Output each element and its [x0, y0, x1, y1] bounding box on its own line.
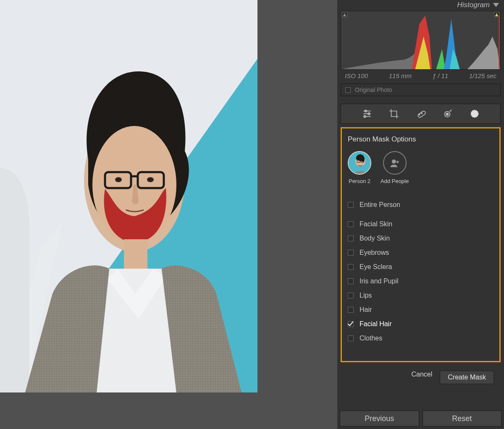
add-people[interactable]: Add People — [381, 151, 409, 184]
svg-point-7 — [115, 177, 122, 182]
option-label: Eye Sclera — [360, 263, 392, 271]
svg-rect-9 — [124, 239, 147, 273]
exif-shutter: 1/125 sec — [469, 72, 496, 79]
option-eyebrows[interactable]: Eyebrows — [348, 246, 494, 260]
histogram-header[interactable]: Histogram — [337, 0, 504, 10]
checkbox-icon[interactable] — [348, 278, 354, 284]
svg-point-25 — [419, 114, 420, 115]
checkbox-icon[interactable] — [348, 307, 354, 313]
crop-icon[interactable] — [388, 108, 399, 119]
exif-row: ISO 100 115 mm ƒ / 11 1/125 sec — [337, 70, 504, 82]
chevron-down-icon[interactable] — [493, 3, 499, 7]
photo-canvas[interactable] — [0, 0, 337, 429]
option-facial-skin[interactable]: Facial Skin — [348, 217, 494, 231]
option-body-skin[interactable]: Body Skin — [348, 231, 494, 246]
svg-point-28 — [446, 113, 448, 115]
exif-focal: 115 mm — [389, 72, 412, 79]
mask-action-row: Cancel Create Mask — [337, 362, 504, 384]
svg-point-8 — [147, 177, 154, 182]
person-avatar[interactable] — [348, 151, 371, 175]
edit-sliders-icon[interactable] — [362, 108, 373, 119]
people-row: Person 2 Add People — [348, 151, 494, 184]
checkbox-icon[interactable] — [348, 250, 354, 256]
option-label: Lips — [360, 292, 372, 299]
person-label: Person 2 — [349, 178, 370, 184]
previous-button[interactable]: Previous — [340, 411, 419, 426]
original-photo-label: Original Photo — [355, 86, 392, 93]
histogram-title: Histogram — [457, 1, 490, 9]
checkbox-icon[interactable] — [345, 87, 351, 93]
checkbox-icon[interactable] — [348, 221, 354, 227]
option-iris-pupil[interactable]: Iris and Pupil — [348, 274, 494, 288]
option-lips[interactable]: Lips — [348, 288, 494, 303]
develop-sidebar: Histogram ISO 100 115 mm ƒ / 11 1/125 se… — [337, 0, 504, 429]
option-label: Iris and Pupil — [360, 277, 399, 285]
photo-preview[interactable] — [0, 0, 257, 392]
option-hair[interactable]: Hair — [348, 303, 494, 317]
original-photo-toggle[interactable]: Original Photo — [341, 84, 501, 96]
checkbox-icon[interactable] — [348, 264, 354, 270]
option-label: Body Skin — [360, 235, 390, 242]
svg-rect-24 — [417, 110, 426, 118]
option-entire-person[interactable]: Entire Person — [348, 198, 494, 212]
svg-point-26 — [421, 113, 422, 114]
option-label: Facial Skin — [360, 220, 392, 228]
checkbox-icon[interactable] — [348, 202, 354, 208]
heal-icon[interactable] — [415, 108, 426, 119]
option-facial-hair[interactable]: Facial Hair — [348, 317, 494, 331]
option-label: Facial Hair — [360, 320, 391, 328]
tool-strip — [341, 104, 501, 124]
option-eye-sclera[interactable]: Eye Sclera — [348, 260, 494, 274]
histogram-chart[interactable] — [341, 11, 501, 70]
redeye-icon[interactable] — [442, 108, 453, 119]
mask-panel-title: Person Mask Options — [348, 135, 494, 144]
exif-iso: ISO 100 — [345, 72, 368, 79]
cancel-button[interactable]: Cancel — [411, 371, 432, 384]
add-people-label: Add People — [381, 178, 409, 184]
person-mask-panel: Person Mask Options Person 2 — [341, 127, 501, 362]
person-2[interactable]: Person 2 — [348, 151, 371, 184]
checkbox-icon[interactable] — [348, 335, 354, 341]
option-label: Clothes — [360, 335, 382, 342]
mask-options-list: Entire Person Facial Skin Body Skin Eyeb… — [348, 198, 494, 345]
option-clothes[interactable]: Clothes — [348, 331, 494, 345]
checkbox-icon[interactable] — [348, 293, 354, 298]
masking-icon[interactable] — [469, 108, 480, 119]
create-mask-button[interactable]: Create Mask — [440, 371, 494, 384]
checkbox-icon[interactable] — [348, 235, 354, 241]
svg-point-37 — [392, 160, 396, 163]
option-label: Hair — [360, 306, 372, 314]
reset-button[interactable]: Reset — [423, 411, 502, 426]
option-label: Eyebrows — [360, 249, 389, 256]
footer-bar: Previous Reset — [337, 411, 504, 429]
checkbox-icon[interactable] — [348, 321, 354, 327]
add-people-icon[interactable] — [383, 151, 407, 175]
exif-aperture: ƒ / 11 — [433, 72, 449, 79]
option-label: Entire Person — [360, 201, 400, 209]
svg-point-32 — [472, 112, 477, 116]
